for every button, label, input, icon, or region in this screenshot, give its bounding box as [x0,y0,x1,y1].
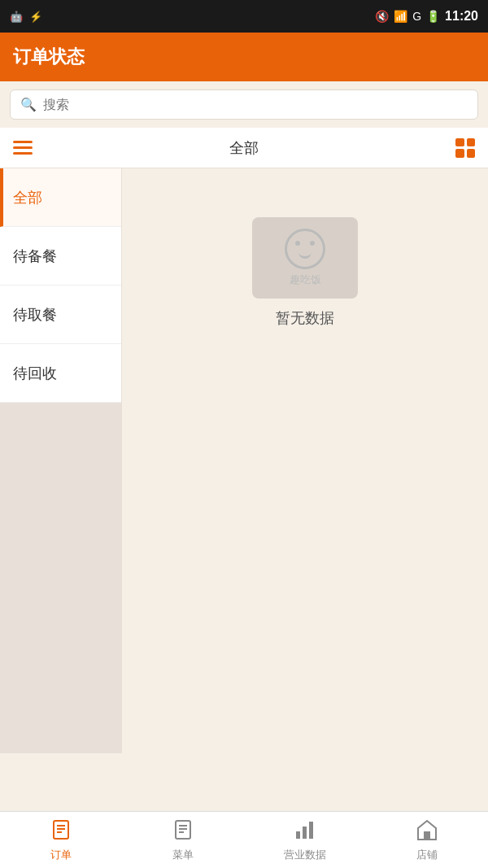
svg-rect-8 [296,831,300,839]
page-title: 订单状态 [13,45,85,69]
svg-rect-10 [309,822,313,839]
nav-item-menu[interactable]: 菜单 [122,812,244,868]
svg-rect-12 [424,831,430,840]
signal-icon: G [412,10,421,23]
main-layout: 全部 待备餐 待取餐 待回收 趣吃饭 [0,168,488,753]
status-time: 11:20 [445,9,478,24]
status-left-icons: 🤖 ⚡ [10,11,42,23]
filter-label: 全部 [229,138,259,158]
stats-icon [294,818,316,844]
sidebar-label-prepare: 待备餐 [13,246,57,266]
empty-face-icon [285,229,325,269]
header: 订单状态 [0,33,488,81]
sidebar-label-all: 全部 [13,188,42,207]
nav-label-orders: 订单 [50,848,72,862]
sidebar-label-recycle: 待回收 [13,364,57,383]
nav-item-stats[interactable]: 营业数据 [244,812,366,868]
sidebar-item-all[interactable]: 全部 [0,168,121,227]
nav-label-menu: 菜单 [172,848,194,862]
sidebar-item-prepare[interactable]: 待备餐 [0,227,121,286]
empty-image-text: 趣吃饭 [290,273,321,287]
sidebar-item-pickup[interactable]: 待取餐 [0,286,121,344]
hamburger-icon[interactable] [13,141,33,155]
sidebar: 全部 待备餐 待取餐 待回收 [0,168,122,753]
grid-view-icon[interactable] [455,138,475,158]
search-icon: 🔍 [20,97,37,112]
search-input[interactable] [43,98,468,112]
status-right-icons: 🔇 📶 G 🔋 11:20 [375,9,478,24]
sidebar-gray-area [0,403,121,753]
nav-item-store[interactable]: 店铺 [366,812,488,868]
empty-state: 趣吃饭 暂无数据 [252,217,358,328]
status-bar: 🤖 ⚡ 🔇 📶 G 🔋 11:20 [0,0,488,33]
svg-rect-9 [303,827,307,839]
nav-item-orders[interactable]: 订单 [0,812,122,868]
orders-icon [50,818,72,844]
store-icon [416,818,438,844]
content-area: 趣吃饭 暂无数据 [122,168,488,753]
search-bar[interactable]: 🔍 [10,89,478,120]
sidebar-label-pickup: 待取餐 [13,305,57,325]
android-icon: 🤖 [10,11,23,23]
empty-image: 趣吃饭 [252,217,358,299]
nav-label-store: 店铺 [416,848,438,862]
filter-bar: 全部 [0,128,488,168]
sidebar-item-recycle[interactable]: 待回收 [0,344,121,403]
nav-label-stats: 营业数据 [284,848,326,862]
empty-message: 暂无数据 [276,308,334,328]
mute-icon: 🔇 [375,10,389,23]
battery-icon: 🔋 [426,10,440,23]
wifi-icon: 📶 [394,10,407,23]
menu-icon [172,818,194,844]
usb-icon: ⚡ [29,11,42,23]
bottom-nav: 订单 菜单 营业数据 店铺 [0,811,488,868]
